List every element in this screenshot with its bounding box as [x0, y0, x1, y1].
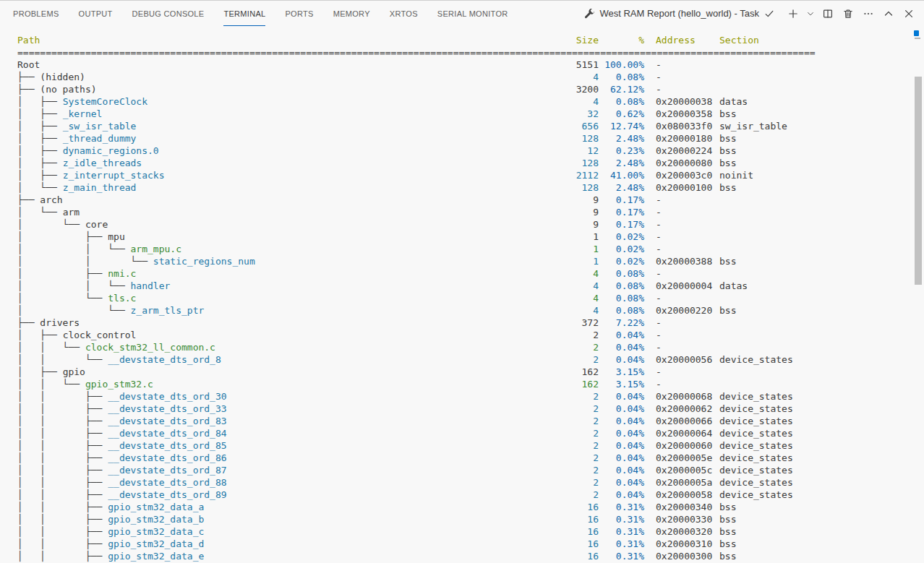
tree-guides: │ └──: [17, 219, 85, 230]
tree-guides: │ └──: [17, 207, 63, 218]
size-value: 2: [466, 353, 599, 366]
tab-ports[interactable]: PORTS: [285, 1, 313, 26]
report-row: │ │ ├── __devstate_dts_ord_3320.04%0x200…: [17, 403, 924, 415]
report-row: │ │ ├── __devstate_dts_ord_8620.04%0x200…: [17, 452, 924, 464]
report-row: │ │ ├── gpio_stm32_data_e160.31%0x200003…: [17, 550, 924, 562]
maximize-panel-button[interactable]: [881, 6, 897, 22]
close-panel-button[interactable]: [901, 6, 917, 22]
section-value: device_states: [719, 489, 793, 501]
address-value: 0x20000320: [656, 525, 712, 538]
percent-value: 12.74%: [599, 120, 644, 132]
new-terminal-button[interactable]: [785, 6, 801, 22]
report-row: │ ├── nmi.c40.08%-: [17, 267, 924, 280]
section-value: datas: [719, 280, 748, 292]
tree-guides: │ │ └──: [17, 256, 153, 267]
address-value: 0x2000005a: [656, 476, 712, 489]
address-value: -: [656, 378, 662, 390]
tree-guides: │ │ ├──: [17, 416, 108, 426]
tab-serial-monitor[interactable]: SERIAL MONITOR: [437, 1, 508, 26]
address-value: -: [656, 83, 662, 95]
address-value: -: [656, 329, 662, 341]
node-name: __devstate_dts_ord_89: [108, 489, 226, 500]
address-value: 0x20000310: [656, 538, 712, 550]
tab-problems[interactable]: PROBLEMS: [13, 1, 59, 26]
node-name: gpio_stm32_data_e: [108, 551, 204, 562]
chevron-down-icon: [806, 9, 815, 18]
percent-value: 0.02%: [599, 255, 644, 267]
split-terminal-button[interactable]: [820, 6, 836, 22]
report-row: │ │ └── arm_mpu.c10.02%-: [17, 243, 924, 255]
kill-terminal-button[interactable]: [840, 6, 856, 22]
report-row: │ ├── mpu10.02%-: [17, 231, 924, 243]
tab-xrtos[interactable]: XRTOS: [390, 1, 418, 26]
address-value: -: [656, 206, 662, 218]
report-row: │ │ ├── gpio_stm32_data_d160.31%0x200003…: [17, 538, 924, 550]
address-value: 0x20000004: [656, 280, 712, 292]
section-value: datas: [719, 95, 748, 108]
tools-icon: [583, 8, 595, 20]
tree-guides: │ │ ├──: [17, 477, 108, 488]
node-name: static_regions_num: [153, 256, 255, 267]
section-value: bss: [719, 145, 736, 157]
panel-indicator-tick: [915, 38, 920, 39]
vertical-scrollbar-thumb[interactable]: [915, 77, 922, 285]
tree-guides: │ │ ├──: [17, 502, 108, 512]
report-row: │ ├── _kernel320.62%0x20000358bss: [17, 108, 924, 120]
node-name: z_idle_threads: [63, 158, 142, 168]
column-section: Section: [719, 34, 759, 46]
percent-value: 0.08%: [599, 292, 644, 304]
tab-debug-console[interactable]: DEBUG CONSOLE: [132, 1, 205, 26]
size-value: 2: [466, 341, 599, 353]
report-row: Root5151100.00%-: [17, 59, 924, 71]
tab-terminal[interactable]: TERMINAL: [223, 1, 265, 26]
tree-guides: │ ├──: [17, 231, 108, 242]
tree-guides: │ │ ├──: [17, 538, 108, 549]
more-actions-button[interactable]: [860, 6, 876, 22]
size-value: 16: [466, 550, 599, 562]
tree-guides: ├──: [17, 317, 40, 328]
percent-value: 41.00%: [599, 169, 644, 181]
launch-profile-button[interactable]: [805, 6, 816, 22]
address-value: 0x20000056: [656, 353, 712, 366]
percent-value: 0.04%: [599, 439, 644, 452]
node-name: (no paths): [40, 84, 96, 95]
report-row: │ ├── z_idle_threads1282.48%0x20000080bs…: [17, 157, 924, 169]
size-value: 4: [466, 292, 599, 304]
percent-value: 0.31%: [599, 513, 644, 525]
report-row: │ │ └── static_regions_num10.02%0x200003…: [17, 255, 924, 267]
size-value: 2: [466, 329, 599, 341]
tree-guides: │ │ ├──: [17, 489, 108, 500]
size-value: 4: [466, 95, 599, 108]
address-value: -: [656, 218, 662, 231]
terminal-output[interactable]: PathSize%AddressSection=================…: [0, 26, 924, 562]
tab-output[interactable]: OUTPUT: [79, 1, 113, 26]
tree-guides: │ ├──: [17, 96, 63, 107]
size-value: 4: [466, 71, 599, 83]
report-row: │ │ └── gpio_stm32.c1623.15%-: [17, 378, 924, 390]
percent-value: 0.04%: [599, 415, 644, 427]
tree-guides: ├──: [17, 72, 40, 82]
panel-indicator: [914, 30, 919, 36]
address-value: -: [656, 71, 662, 83]
report-row: │ │ └── __devstate_dts_ord_820.04%0x2000…: [17, 353, 924, 366]
column-address: Address: [656, 34, 696, 46]
percent-value: 0.08%: [599, 280, 644, 292]
section-value: bss: [719, 501, 736, 513]
active-terminal-entry[interactable]: West RAM Report (hello_world) - Task: [583, 8, 775, 20]
size-value: 2: [466, 439, 599, 452]
tree-guides: │ ├──: [17, 145, 63, 156]
tree-guides: │ │ ├──: [17, 391, 108, 402]
tab-memory[interactable]: MEMORY: [333, 1, 370, 26]
size-value: 2: [466, 464, 599, 476]
size-value: 4: [466, 280, 599, 292]
section-value: bss: [719, 513, 736, 525]
section-value: device_states: [719, 415, 793, 427]
terminal-task-label: West RAM Report (hello_world) - Task: [599, 8, 759, 19]
section-value: device_states: [719, 353, 793, 366]
size-value: 1: [466, 231, 599, 243]
percent-value: 0.23%: [599, 145, 644, 157]
section-value: bss: [719, 538, 736, 550]
node-name: gpio: [63, 366, 85, 377]
percent-value: 0.31%: [599, 525, 644, 538]
report-row: ├── arch90.17%-: [17, 194, 924, 206]
